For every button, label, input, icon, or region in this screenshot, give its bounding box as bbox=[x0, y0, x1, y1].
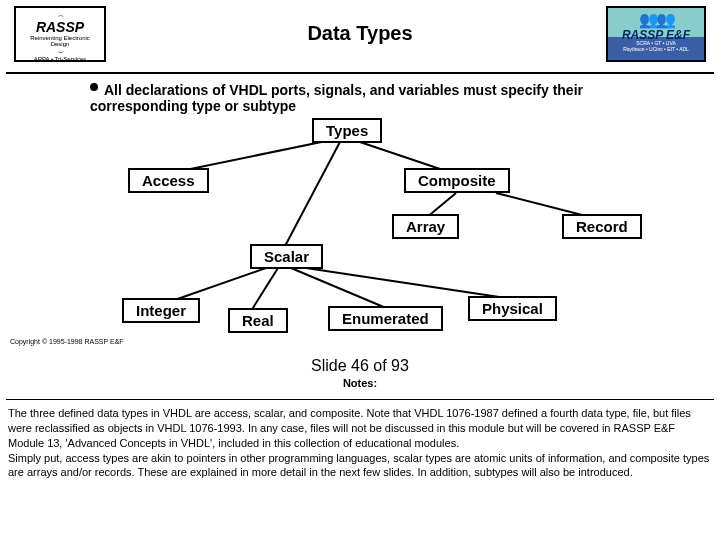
notes-paragraph-2: Simply put, access types are akin to poi… bbox=[8, 451, 712, 481]
bullet-dot-icon bbox=[90, 83, 98, 91]
notes-paragraph-1: The three defined data types in VHDL are… bbox=[8, 406, 712, 451]
bullet-text: All declarations of VHDL ports, signals,… bbox=[90, 82, 583, 114]
logo-left-foot: ARPA • Tri-Services bbox=[20, 56, 100, 62]
node-types: Types bbox=[312, 118, 382, 143]
svg-line-7 bbox=[291, 268, 386, 308]
node-enumerated: Enumerated bbox=[328, 306, 443, 331]
node-composite: Composite bbox=[404, 168, 510, 193]
people-icon: 👥👥 bbox=[612, 12, 700, 29]
node-physical: Physical bbox=[468, 296, 557, 321]
main-bullet: All declarations of VHDL ports, signals,… bbox=[90, 82, 660, 114]
svg-line-6 bbox=[251, 268, 278, 311]
node-integer: Integer bbox=[122, 298, 200, 323]
notes-heading: Notes: bbox=[0, 377, 720, 393]
node-scalar: Scalar bbox=[250, 244, 323, 269]
slide-number: Slide 46 of 93 bbox=[0, 357, 720, 375]
node-real: Real bbox=[228, 308, 288, 333]
node-access: Access bbox=[128, 168, 209, 193]
svg-line-2 bbox=[284, 140, 341, 248]
notes-separator bbox=[6, 399, 714, 400]
node-record: Record bbox=[562, 214, 642, 239]
copyright-text: Copyright © 1995-1998 RASSP E&F bbox=[10, 338, 710, 345]
arc-bottom-icon: ⌣ bbox=[20, 48, 100, 56]
slide-header: ⌢ RASSP Reinventing Electronic Design ⌣ … bbox=[6, 0, 714, 74]
rassp-logo-right: 👥👥 RASSP E&F SCRA • GT • UVA Raytheon • … bbox=[606, 6, 706, 62]
notes-body: The three defined data types in VHDL are… bbox=[8, 406, 712, 480]
node-array: Array bbox=[392, 214, 459, 239]
svg-line-8 bbox=[306, 268, 506, 298]
type-hierarchy-diagram: Types Access Composite Array Record Scal… bbox=[6, 118, 714, 338]
logo-right-sub2: Raytheon • UCinc • EIT • ADL bbox=[612, 47, 700, 52]
